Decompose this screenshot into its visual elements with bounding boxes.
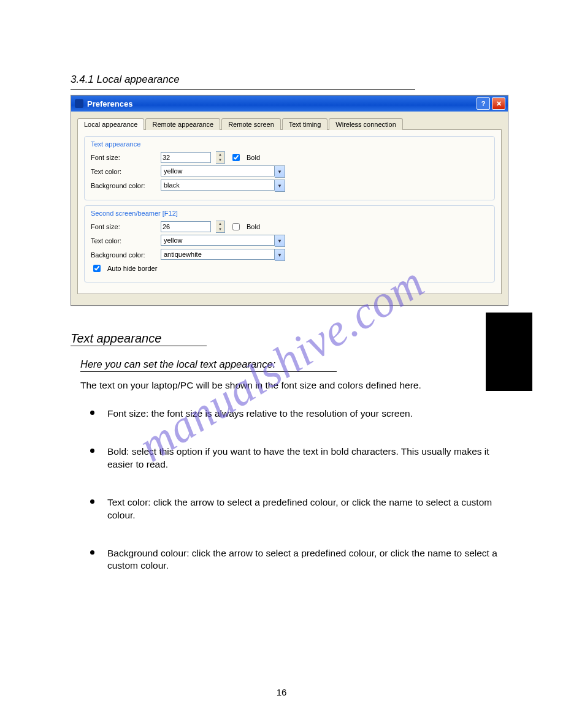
label-bg-color-2: Background color: bbox=[91, 251, 156, 259]
tab-panel-local-appearance: Text appearance Font size: ▲▼ Bold Text … bbox=[77, 129, 502, 294]
bold-checkbox-2[interactable] bbox=[232, 223, 240, 230]
chevron-down-icon[interactable]: ▼ bbox=[275, 165, 285, 178]
body-heading-underline bbox=[71, 346, 207, 346]
bullet-font-size: Font size: the font size is always relat… bbox=[102, 403, 508, 420]
body-heading: Text appearance bbox=[71, 332, 508, 346]
section-title: 3.4.1 Local appearance bbox=[71, 74, 508, 86]
group-second-screen: Second screen/beamer [F12] Font size: ▲▼… bbox=[84, 205, 495, 282]
text-color-combo-1[interactable] bbox=[161, 165, 275, 176]
label-bg-color-1: Background color: bbox=[91, 182, 156, 189]
font-size-input-2[interactable] bbox=[161, 221, 211, 232]
spin-up-icon: ▲ bbox=[216, 221, 224, 227]
spin-down-icon: ▼ bbox=[216, 227, 224, 232]
bullet-background-color: Background colour: click the arrow to se… bbox=[102, 543, 508, 573]
body-intro: The text on your laptop/PC will be shown… bbox=[80, 379, 502, 392]
preferences-screenshot: Preferences ? ✕ Local appearance Remote … bbox=[71, 95, 508, 306]
window-titlebar: Preferences ? ✕ bbox=[71, 96, 508, 112]
page-number: 16 bbox=[0, 687, 563, 697]
close-button[interactable]: ✕ bbox=[492, 97, 505, 110]
bold-label-1: Bold bbox=[247, 154, 260, 161]
tab-strip: Local appearance Remote appearance Remot… bbox=[77, 118, 502, 130]
legend-second-screen: Second screen/beamer [F12] bbox=[91, 210, 488, 217]
chevron-down-icon[interactable]: ▼ bbox=[275, 235, 285, 247]
help-button[interactable]: ? bbox=[477, 97, 490, 110]
bg-color-combo-1[interactable] bbox=[161, 180, 275, 191]
text-color-combo-2[interactable] bbox=[161, 235, 275, 246]
chevron-down-icon[interactable]: ▼ bbox=[275, 249, 285, 261]
tab-local-appearance[interactable]: Local appearance bbox=[77, 118, 144, 130]
label-text-color-2: Text color: bbox=[91, 237, 156, 245]
body-subtitle-underline bbox=[80, 371, 337, 372]
bullet-bold: Bold: select this option if you want to … bbox=[102, 441, 508, 471]
label-font-size-2: Font size: bbox=[91, 223, 156, 230]
tab-wireless-connection[interactable]: Wireless connection bbox=[329, 118, 402, 130]
tab-remote-screen[interactable]: Remote screen bbox=[221, 118, 281, 130]
auto-hide-label: Auto hide border bbox=[107, 265, 157, 272]
bold-label-2: Bold bbox=[247, 223, 260, 230]
tab-remote-appearance[interactable]: Remote appearance bbox=[145, 118, 220, 130]
bullet-text-color: Text color: click the arrow to select a … bbox=[102, 492, 508, 522]
font-size-spinner-1[interactable]: ▲▼ bbox=[216, 151, 225, 164]
group-text-appearance: Text appearance Font size: ▲▼ Bold Text … bbox=[84, 136, 495, 200]
tab-text-timing[interactable]: Text timing bbox=[282, 118, 328, 130]
section-underline bbox=[71, 89, 415, 90]
label-text-color-1: Text color: bbox=[91, 168, 156, 175]
chevron-down-icon[interactable]: ▼ bbox=[275, 180, 285, 192]
app-icon bbox=[75, 99, 83, 108]
legend-text-appearance: Text appearance bbox=[91, 140, 488, 148]
auto-hide-checkbox[interactable] bbox=[93, 265, 101, 272]
spin-up-icon: ▲ bbox=[216, 152, 224, 157]
window-title: Preferences bbox=[87, 99, 132, 108]
label-font-size-1: Font size: bbox=[91, 154, 156, 161]
font-size-input-1[interactable] bbox=[161, 152, 211, 163]
body-bullet-list: Font size: the font size is always relat… bbox=[102, 403, 508, 572]
body-subtitle: Here you can set the local text appearan… bbox=[80, 358, 508, 370]
black-side-block bbox=[486, 313, 532, 391]
window-body: Local appearance Remote appearance Remot… bbox=[71, 112, 508, 305]
font-size-spinner-2[interactable]: ▲▼ bbox=[216, 221, 225, 233]
spin-down-icon: ▼ bbox=[216, 157, 224, 163]
bold-checkbox-1[interactable] bbox=[232, 154, 240, 161]
bg-color-combo-2[interactable] bbox=[161, 249, 275, 260]
